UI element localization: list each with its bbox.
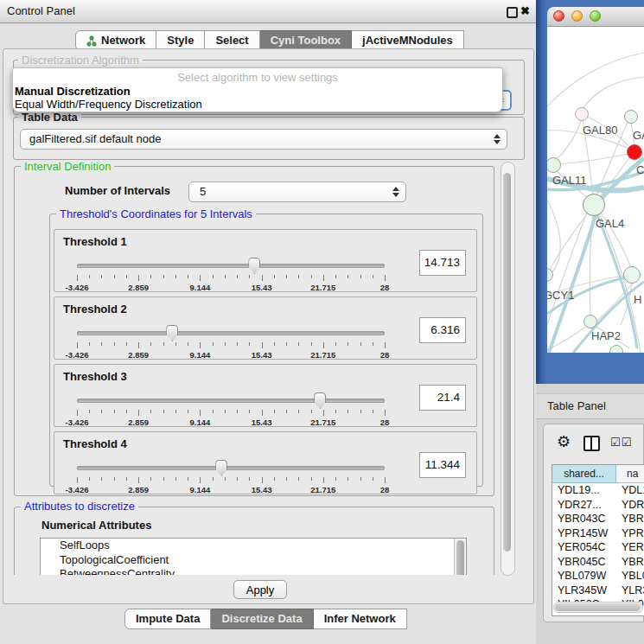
network-node[interactable] — [627, 144, 642, 160]
slider-tick-labels: -3.4262.8599.14415.4321.71528 — [77, 485, 385, 494]
minor-tick — [114, 275, 115, 278]
table-row[interactable]: YDR27... YDR2 — [552, 498, 644, 513]
network-node[interactable] — [623, 266, 641, 284]
table-row[interactable]: YBR045C YBR0 — [552, 555, 644, 570]
threshold-value-field[interactable]: 6.316 — [419, 317, 466, 343]
table-panel-title: Table Panel — [547, 394, 606, 418]
minor-tick — [237, 342, 238, 346]
apply-button[interactable]: Apply — [233, 580, 287, 599]
gear-icon[interactable]: ⚙ — [557, 432, 571, 450]
tick-label: 21.715 — [310, 350, 335, 360]
table-cell[interactable]: YBL0 — [615, 569, 644, 583]
attribute-list-item[interactable]: SelfLoops — [41, 539, 466, 553]
table-cell[interactable]: YPR1 — [615, 526, 644, 541]
slider-track[interactable] — [77, 331, 385, 335]
table-cell[interactable]: YLR345W — [552, 583, 615, 598]
table-cell[interactable]: YBR045C — [552, 555, 615, 570]
minor-tick — [335, 342, 336, 346]
tick-label: 15.43 — [252, 485, 272, 494]
scrollbar-thumb[interactable] — [503, 173, 511, 552]
table-row[interactable]: YLR345W YLR3 — [552, 583, 644, 598]
close-traffic-light-icon[interactable] — [553, 10, 564, 22]
threshold-slider[interactable]: -3.4262.8599.14415.4321.71528 — [77, 258, 385, 290]
network-node[interactable] — [609, 345, 623, 353]
table-cell[interactable]: YER0 — [615, 540, 644, 555]
table-row[interactable]: YER054C YER0 — [552, 540, 644, 555]
numerical-attributes-list[interactable]: SelfLoops TopologicalCoefficient Between… — [40, 538, 467, 575]
major-tick — [262, 275, 263, 281]
table-data-combobox[interactable]: galFiltered.sif default node — [20, 129, 507, 150]
table-cell[interactable]: YDR2 — [615, 498, 644, 513]
minor-tick — [373, 275, 373, 278]
table-row[interactable]: YPR145W YPR1 — [552, 526, 644, 541]
table-row[interactable]: YDL19... YDL1 — [552, 483, 644, 498]
major-tick — [77, 342, 78, 348]
network-node-label: HAP2 — [591, 329, 621, 342]
table-row[interactable]: YBR043C YBR0 — [552, 512, 644, 526]
threshold-value-field[interactable]: 21.4 — [419, 385, 466, 411]
table-cell[interactable]: YER054C — [552, 540, 615, 555]
panel-scrollbar[interactable] — [501, 162, 515, 576]
attribute-list-item[interactable]: BetweennessCentrality — [41, 567, 466, 575]
cyni-mode-tab[interactable]: Discretize Data — [211, 609, 313, 629]
horizontal-scrollbar[interactable] — [553, 602, 643, 613]
slider-thumb[interactable] — [248, 258, 260, 274]
table-cell[interactable]: YDL1 — [615, 483, 644, 498]
table-cell[interactable]: YBR0 — [615, 555, 644, 570]
table-cell[interactable]: YBR043C — [552, 512, 615, 526]
threshold-slider[interactable]: -3.4262.8599.14415.4321.71528 — [77, 460, 385, 493]
tick-label: 2.859 — [128, 485, 149, 494]
threshold-value-field[interactable]: 11.344 — [419, 452, 466, 478]
column-header[interactable]: shared... — [552, 465, 616, 483]
list-scrollbar[interactable] — [454, 539, 466, 575]
table-row[interactable]: YBL079W YBL0 — [552, 569, 644, 583]
tick-label: -3.426 — [66, 283, 89, 292]
checkbox-columns-icon[interactable]: ☑☑ — [610, 436, 632, 449]
threshold-value-field[interactable]: 14.713 — [419, 250, 466, 276]
scrollbar-thumb[interactable] — [555, 603, 641, 611]
slider-track[interactable] — [77, 264, 385, 268]
algorithm-hint: Select algorithm to view settings — [13, 71, 502, 84]
zoom-traffic-light-icon[interactable] — [590, 10, 601, 22]
slider-ticks — [77, 275, 385, 282]
network-node[interactable] — [624, 110, 638, 124]
slider-track[interactable] — [77, 399, 385, 403]
number-of-intervals-combobox[interactable]: 5 — [188, 182, 406, 202]
slider-track[interactable] — [77, 466, 385, 470]
table-cell[interactable]: YBL079W — [552, 569, 615, 583]
column-header[interactable]: na — [616, 465, 644, 483]
close-icon[interactable]: ✖ — [520, 3, 530, 19]
table-cell[interactable]: YDR27... — [552, 498, 615, 513]
cyni-mode-tab[interactable]: Impute Data — [124, 609, 211, 629]
table-cell[interactable]: YPR145W — [552, 526, 615, 541]
minor-tick — [348, 410, 348, 413]
threshold-slider[interactable]: -3.4262.8599.14415.4321.71528 — [77, 325, 385, 358]
network-node[interactable] — [575, 107, 589, 121]
algorithm-option[interactable]: Equal Width/Frequency Discretization — [15, 98, 501, 111]
minor-tick — [101, 275, 102, 278]
attribute-list-item[interactable]: TopologicalCoefficient — [41, 553, 466, 568]
major-tick — [77, 410, 78, 416]
network-canvas[interactable]: GAL80 GA C GAL11 GAL4 GCY1 H HAP2 — [547, 27, 644, 353]
network-node[interactable] — [583, 194, 605, 216]
threshold-slider[interactable]: -3.4262.8599.14415.4321.71528 — [77, 392, 385, 425]
float-window-icon[interactable] — [507, 7, 518, 18]
tab-label: jActiveMNodules — [362, 31, 453, 50]
table-cell[interactable]: YDL19... — [552, 483, 615, 498]
minor-tick — [237, 410, 238, 413]
table-cell[interactable]: YBR0 — [615, 512, 644, 526]
node-attribute-table[interactable]: shared... na YDL19... YDL1 YDR27... YDR2 — [552, 464, 644, 616]
slider-thumb[interactable] — [166, 325, 178, 341]
slider-thumb[interactable] — [314, 392, 326, 409]
cyni-mode-tab[interactable]: Infer Network — [314, 609, 407, 629]
scrollbar-thumb[interactable] — [456, 540, 464, 575]
algorithm-option[interactable]: Manual Discretization — [15, 85, 501, 98]
split-columns-icon[interactable] — [583, 436, 600, 451]
network-node[interactable] — [583, 315, 597, 328]
table-cell[interactable]: YLR3 — [615, 583, 644, 598]
slider-ticks — [77, 342, 385, 349]
algorithm-options: Manual Discretization Equal Width/Freque… — [15, 85, 501, 111]
minimize-traffic-light-icon[interactable] — [571, 10, 583, 22]
slider-thumb[interactable] — [215, 460, 227, 476]
minor-tick — [188, 275, 188, 278]
